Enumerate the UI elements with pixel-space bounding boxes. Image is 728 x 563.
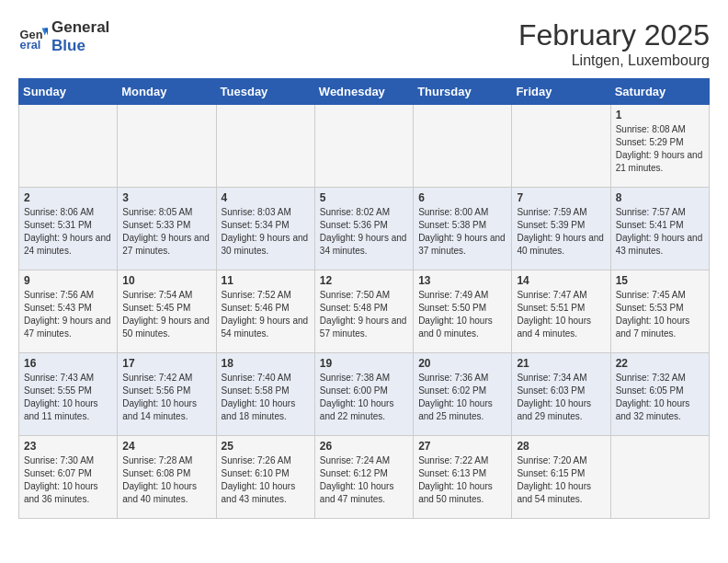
day-info: Sunrise: 7:49 AM Sunset: 5:50 PM Dayligh… [418, 289, 506, 340]
calendar-cell [118, 105, 216, 188]
day-info: Sunrise: 7:43 AM Sunset: 5:55 PM Dayligh… [24, 372, 112, 423]
weekday-header-row: SundayMondayTuesdayWednesdayThursdayFrid… [19, 79, 710, 105]
day-info: Sunrise: 8:02 AM Sunset: 5:36 PM Dayligh… [320, 206, 408, 258]
day-info: Sunrise: 7:54 AM Sunset: 5:45 PM Dayligh… [122, 289, 210, 340]
day-number: 11 [222, 274, 310, 287]
day-number: 19 [320, 357, 408, 370]
day-number: 18 [222, 357, 310, 370]
calendar-cell: 9Sunrise: 7:56 AM Sunset: 5:43 PM Daylig… [19, 270, 118, 353]
day-number: 21 [517, 357, 605, 370]
day-number: 4 [222, 191, 310, 204]
day-info: Sunrise: 7:34 AM Sunset: 6:03 PM Dayligh… [517, 372, 605, 423]
calendar-cell: 23Sunrise: 7:30 AM Sunset: 6:07 PM Dayli… [19, 436, 118, 519]
day-number: 2 [24, 191, 112, 204]
calendar-cell: 4Sunrise: 8:03 AM Sunset: 5:34 PM Daylig… [216, 188, 314, 270]
day-number: 3 [122, 191, 210, 204]
calendar-cell: 24Sunrise: 7:28 AM Sunset: 6:08 PM Dayli… [118, 436, 216, 519]
day-info: Sunrise: 7:47 AM Sunset: 5:51 PM Dayligh… [517, 289, 605, 340]
title-block: February 2025 Lintgen, Luxembourg [518, 18, 710, 69]
day-info: Sunrise: 7:26 AM Sunset: 6:10 PM Dayligh… [222, 454, 310, 506]
day-info: Sunrise: 7:24 AM Sunset: 6:12 PM Dayligh… [320, 454, 408, 506]
day-number: 9 [24, 274, 112, 287]
day-number: 22 [616, 357, 704, 370]
day-info: Sunrise: 8:06 AM Sunset: 5:31 PM Dayligh… [24, 206, 112, 258]
calendar-cell: 26Sunrise: 7:24 AM Sunset: 6:12 PM Dayli… [314, 436, 413, 519]
calendar-title: February 2025 [518, 18, 710, 52]
day-info: Sunrise: 7:38 AM Sunset: 6:00 PM Dayligh… [320, 372, 408, 423]
logo-line1: General [51, 18, 109, 37]
calendar-cell: 17Sunrise: 7:42 AM Sunset: 5:56 PM Dayli… [118, 353, 216, 436]
week-row-1: 1Sunrise: 8:08 AM Sunset: 5:29 PM Daylig… [19, 105, 710, 188]
day-number: 26 [320, 440, 408, 453]
calendar-cell: 10Sunrise: 7:54 AM Sunset: 5:45 PM Dayli… [118, 270, 216, 353]
day-number: 24 [122, 440, 210, 453]
day-info: Sunrise: 7:36 AM Sunset: 6:02 PM Dayligh… [418, 372, 506, 423]
calendar-cell: 12Sunrise: 7:50 AM Sunset: 5:48 PM Dayli… [314, 270, 413, 353]
weekday-header-friday: Friday [512, 79, 610, 105]
day-info: Sunrise: 7:22 AM Sunset: 6:13 PM Dayligh… [418, 454, 506, 506]
calendar-cell: 16Sunrise: 7:43 AM Sunset: 5:55 PM Dayli… [19, 353, 118, 436]
calendar-cell: 14Sunrise: 7:47 AM Sunset: 5:51 PM Dayli… [512, 270, 610, 353]
calendar-cell: 1Sunrise: 8:08 AM Sunset: 5:29 PM Daylig… [610, 105, 709, 188]
day-info: Sunrise: 7:20 AM Sunset: 6:15 PM Dayligh… [517, 454, 605, 506]
day-number: 25 [222, 440, 310, 453]
day-info: Sunrise: 7:45 AM Sunset: 5:53 PM Dayligh… [616, 289, 704, 340]
day-number: 12 [320, 274, 408, 287]
day-number: 13 [418, 274, 506, 287]
calendar-cell [314, 105, 413, 188]
day-info: Sunrise: 7:57 AM Sunset: 5:41 PM Dayligh… [616, 206, 704, 258]
calendar-cell [610, 436, 709, 519]
calendar-cell [414, 105, 512, 188]
day-info: Sunrise: 7:28 AM Sunset: 6:08 PM Dayligh… [122, 454, 210, 506]
calendar-cell: 13Sunrise: 7:49 AM Sunset: 5:50 PM Dayli… [414, 270, 512, 353]
weekday-header-thursday: Thursday [414, 79, 512, 105]
calendar-cell [216, 105, 314, 188]
week-row-2: 2Sunrise: 8:06 AM Sunset: 5:31 PM Daylig… [19, 188, 710, 270]
day-number: 23 [24, 440, 112, 453]
calendar-cell: 11Sunrise: 7:52 AM Sunset: 5:46 PM Dayli… [216, 270, 314, 353]
calendar-cell: 6Sunrise: 8:00 AM Sunset: 5:38 PM Daylig… [414, 188, 512, 270]
day-info: Sunrise: 7:56 AM Sunset: 5:43 PM Dayligh… [24, 289, 112, 340]
calendar-cell: 22Sunrise: 7:32 AM Sunset: 6:05 PM Dayli… [610, 353, 709, 436]
calendar-table: SundayMondayTuesdayWednesdayThursdayFrid… [18, 78, 710, 519]
day-info: Sunrise: 7:52 AM Sunset: 5:46 PM Dayligh… [222, 289, 310, 340]
week-row-4: 16Sunrise: 7:43 AM Sunset: 5:55 PM Dayli… [19, 353, 710, 436]
calendar-cell: 27Sunrise: 7:22 AM Sunset: 6:13 PM Dayli… [414, 436, 512, 519]
day-info: Sunrise: 7:30 AM Sunset: 6:07 PM Dayligh… [24, 454, 112, 506]
day-number: 28 [517, 440, 605, 453]
day-number: 1 [616, 109, 704, 121]
day-number: 5 [320, 191, 408, 204]
day-info: Sunrise: 8:03 AM Sunset: 5:34 PM Dayligh… [222, 206, 310, 258]
day-number: 8 [616, 191, 704, 204]
day-number: 10 [122, 274, 210, 287]
calendar-cell: 5Sunrise: 8:02 AM Sunset: 5:36 PM Daylig… [314, 188, 413, 270]
calendar-cell: 8Sunrise: 7:57 AM Sunset: 5:41 PM Daylig… [610, 188, 709, 270]
weekday-header-tuesday: Tuesday [216, 79, 314, 105]
day-number: 6 [418, 191, 506, 204]
weekday-header-monday: Monday [118, 79, 216, 105]
logo-line2: Blue [51, 37, 109, 55]
calendar-cell: 2Sunrise: 8:06 AM Sunset: 5:31 PM Daylig… [19, 188, 118, 270]
day-info: Sunrise: 8:05 AM Sunset: 5:33 PM Dayligh… [122, 206, 210, 258]
day-number: 27 [418, 440, 506, 453]
day-number: 20 [418, 357, 506, 370]
weekday-header-sunday: Sunday [19, 79, 118, 105]
day-info: Sunrise: 8:00 AM Sunset: 5:38 PM Dayligh… [418, 206, 506, 258]
calendar-cell [512, 105, 610, 188]
calendar-cell: 3Sunrise: 8:05 AM Sunset: 5:33 PM Daylig… [118, 188, 216, 270]
calendar-cell: 28Sunrise: 7:20 AM Sunset: 6:15 PM Dayli… [512, 436, 610, 519]
week-row-3: 9Sunrise: 7:56 AM Sunset: 5:43 PM Daylig… [19, 270, 710, 353]
weekday-header-wednesday: Wednesday [314, 79, 413, 105]
day-info: Sunrise: 7:40 AM Sunset: 5:58 PM Dayligh… [222, 372, 310, 423]
week-row-5: 23Sunrise: 7:30 AM Sunset: 6:07 PM Dayli… [19, 436, 710, 519]
calendar-cell: 15Sunrise: 7:45 AM Sunset: 5:53 PM Dayli… [610, 270, 709, 353]
day-number: 17 [122, 357, 210, 370]
day-info: Sunrise: 7:50 AM Sunset: 5:48 PM Dayligh… [320, 289, 408, 340]
calendar-cell: 7Sunrise: 7:59 AM Sunset: 5:39 PM Daylig… [512, 188, 610, 270]
day-number: 16 [24, 357, 112, 370]
calendar-cell: 19Sunrise: 7:38 AM Sunset: 6:00 PM Dayli… [314, 353, 413, 436]
calendar-subtitle: Lintgen, Luxembourg [518, 52, 710, 69]
calendar-cell: 21Sunrise: 7:34 AM Sunset: 6:03 PM Dayli… [512, 353, 610, 436]
weekday-header-saturday: Saturday [610, 79, 709, 105]
day-info: Sunrise: 7:59 AM Sunset: 5:39 PM Dayligh… [517, 206, 605, 258]
